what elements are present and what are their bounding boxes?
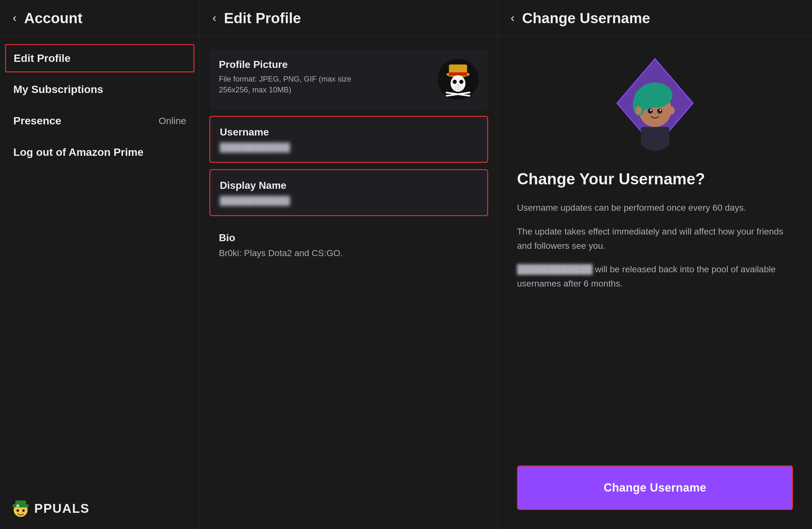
svg-point-13	[457, 84, 459, 86]
svg-point-4	[22, 509, 25, 512]
account-header: ‹ Account	[0, 0, 200, 37]
svg-point-31	[668, 106, 675, 115]
character-illustration-area	[498, 37, 812, 170]
menu-item-presence-value: Online	[159, 115, 186, 126]
menu-item-subscriptions[interactable]: My Subscriptions	[0, 74, 200, 105]
change-username-info: Change Your Username? Username updates c…	[498, 170, 812, 453]
svg-rect-32	[641, 127, 669, 146]
profile-picture-section: Profile Picture File format: JPEG, PNG, …	[209, 49, 488, 110]
change-username-header: ‹ Change Username	[498, 0, 812, 37]
watermark: PPUALS	[10, 497, 89, 519]
bio-label: Bio	[219, 232, 479, 244]
profile-picture-description: File format: JPEG, PNG, GIF (max size 25…	[219, 74, 377, 95]
account-menu: Edit Profile My Subscriptions Presence O…	[0, 37, 200, 529]
svg-point-28	[650, 110, 652, 111]
change-username-paragraph1: Username updates can be performed once e…	[517, 201, 793, 215]
change-username-heading: Change Your Username?	[517, 170, 793, 188]
profile-picture-label: Profile Picture	[219, 59, 377, 70]
menu-item-amazon-prime[interactable]: Log out of Amazon Prime	[0, 137, 200, 168]
bio-text: Br0ki: Plays Dota2 and CS:GO.	[219, 248, 479, 258]
edit-profile-title: Edit Profile	[224, 10, 301, 27]
menu-item-subscriptions-label: My Subscriptions	[13, 83, 103, 96]
display-name-label: Display Name	[220, 180, 478, 191]
svg-point-29	[660, 110, 661, 111]
change-username-panel: ‹ Change Username	[498, 0, 812, 529]
account-back-arrow[interactable]: ‹	[13, 11, 16, 25]
avatar[interactable]	[437, 59, 479, 100]
edit-profile-panel: ‹ Edit Profile Profile Picture File form…	[200, 0, 498, 529]
menu-item-edit-profile-label: Edit Profile	[14, 52, 70, 65]
change-username-title-header: Change Username	[522, 10, 650, 27]
bio-section: Bio Br0ki: Plays Dota2 and CS:GO.	[209, 223, 488, 268]
change-username-paragraph3: ████████████ will be released back into …	[517, 262, 793, 291]
svg-point-30	[635, 106, 642, 115]
account-title: Account	[24, 10, 83, 27]
menu-item-edit-profile[interactable]: Edit Profile	[5, 44, 194, 72]
change-username-blurred-name: ████████████	[517, 262, 593, 277]
svg-point-3	[16, 509, 19, 512]
svg-point-25	[634, 87, 656, 110]
avatar-image	[437, 59, 479, 100]
username-label: Username	[220, 126, 478, 138]
svg-point-11	[453, 80, 457, 84]
menu-item-presence-label: Presence	[13, 115, 61, 127]
display-name-section[interactable]: Display Name ████████████	[209, 169, 488, 216]
username-section[interactable]: Username ████████████	[209, 116, 488, 163]
edit-profile-back-arrow[interactable]: ‹	[213, 11, 216, 25]
menu-item-presence[interactable]: Presence Online	[0, 105, 200, 137]
svg-rect-9	[449, 72, 467, 75]
display-name-value: ████████████	[220, 196, 478, 206]
change-username-button-area: Change Username	[498, 453, 812, 529]
watermark-icon	[10, 497, 32, 519]
menu-item-amazon-prime-label: Log out of Amazon Prime	[13, 146, 144, 158]
edit-profile-header: ‹ Edit Profile	[200, 0, 498, 37]
change-username-paragraph2: The update takes effect immediately and …	[517, 225, 793, 253]
account-panel: ‹ Account Edit Profile My Subscriptions …	[0, 0, 200, 529]
svg-point-26	[648, 109, 653, 114]
profile-picture-info: Profile Picture File format: JPEG, PNG, …	[219, 59, 377, 95]
change-username-back-arrow[interactable]: ‹	[511, 11, 514, 25]
watermark-text: PPUALS	[34, 501, 89, 516]
edit-profile-body: Profile Picture File format: JPEG, PNG, …	[200, 37, 498, 529]
svg-point-27	[657, 109, 662, 114]
svg-point-5	[16, 504, 19, 507]
svg-point-12	[459, 80, 463, 84]
username-value: ████████████	[220, 142, 478, 152]
change-username-button[interactable]: Change Username	[517, 466, 793, 510]
character-illustration	[601, 49, 709, 170]
